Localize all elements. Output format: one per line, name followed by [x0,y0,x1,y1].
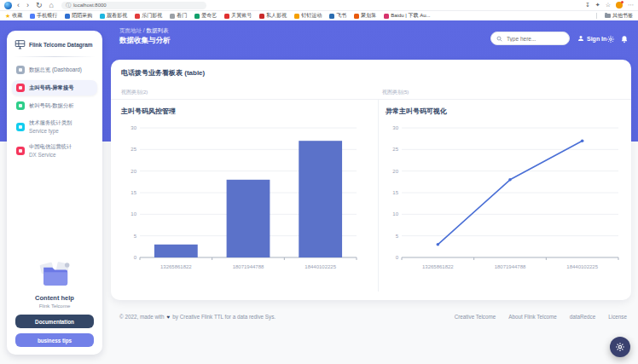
card-title: 电话拨号业务看板表 (table) [121,68,205,78]
sidebar-item-text: 中国电信运营统计DX Service [29,143,72,158]
reload-icon[interactable]: ↻ [34,1,44,9]
forward-icon[interactable]: › [25,1,31,9]
dashboard-card: 电话拨号业务看板表 (table) 视图类别(2) 视图类别(5) 主叫号码风控… [111,60,631,300]
url-text: localhost:8000 [73,3,107,8]
sidebar-item-1[interactable]: 数据总览 (Dashboard) [12,62,97,78]
bar-chart-title: 主叫号码风控管理 [121,107,176,116]
bookmark-label: 陌陌采购 [72,12,92,20]
svg-text:5: 5 [396,234,399,239]
browser-logo-icon [4,2,12,9]
copyright-suffix: by Creative Flink TTL for a data redive … [172,314,276,320]
bookmark-item[interactable]: 私人影视 [259,12,287,20]
downloads-icon[interactable]: ↧ [585,2,590,9]
bookmark-favicon-icon [100,14,105,19]
bookmark-item[interactable]: 乐门影视 [135,12,162,20]
right-view-meta: 视图类别(5) [382,89,409,96]
sidebar-item-3[interactable]: 被叫号码-数据分析 [12,98,97,113]
footer-link[interactable]: Creative Telcome [455,314,496,320]
app-viewport: Flink Telcome Datagram 数据总览 (Dashboard)主… [0,20,638,364]
address-bar[interactable]: ⓘ localhost:8000 [61,2,206,9]
bookmark-star-icon[interactable]: ☆ [606,2,611,9]
dx-service-icon [16,147,25,155]
sidebar-item-label: 中国电信运营统计 [29,143,72,151]
heart-icon: ♥ [167,314,171,320]
svg-text:5: 5 [134,234,137,239]
browser-toolbar: ‹ › ↻ ⌂ ⓘ localhost:8000 ↧ ✦ ☆ ⋯ [0,0,638,11]
svg-text:30: 30 [392,125,398,130]
notification-dot [621,1,624,3]
bookmark-item[interactable]: 陌陌采购 [65,12,92,20]
service-type-icon [16,123,25,131]
svg-text:10: 10 [392,211,398,217]
bell-icon[interactable] [620,35,629,43]
bookmark-item[interactable]: 飞书 [329,12,346,20]
svg-text:15: 15 [130,190,136,195]
bookmark-label: 手机银行 [37,12,57,20]
site-info-icon[interactable]: ⓘ [66,2,71,9]
business-tips-button[interactable]: business tips [15,333,94,347]
browser-menu-icon[interactable]: ⋯ [628,2,634,9]
bookmark-item[interactable]: 观看影视 [100,12,127,20]
sidebar-item-label: 技术服务统计类别 [29,119,72,127]
bookmark-item[interactable]: 钉钉运动 [294,12,322,20]
search-input[interactable] [505,35,564,43]
bookmark-item[interactable]: 看门 [170,12,187,20]
bookmark-favicon-icon [65,14,70,19]
bookmark-favicon-icon [259,14,264,19]
bookmark-item[interactable]: 天翼账号 [224,12,252,20]
breadcrumb-current: 数据列表 [146,27,168,33]
bookmarks-separator [596,13,597,19]
copyright-prefix: © 2022, made with [119,314,165,320]
bookmark-label: Baidu | 下载 Au... [391,12,430,20]
bar-chart: 0510152025301326586182218071944788184401… [119,119,365,274]
sidebar-item-label: 主叫号码-异常接号 [29,84,73,92]
sidebar-item-sublabel: DX Service [29,152,72,158]
caller-abnormal-icon [16,84,25,92]
bookmark-favicon-icon [354,14,359,19]
search-box[interactable] [490,32,570,45]
dashboard-icon [16,66,25,74]
callee-analysis-icon [16,101,25,110]
bookmark-label: 观看影视 [107,12,127,20]
bookmark-item[interactable]: ★收藏 [5,12,22,20]
back-icon[interactable]: ‹ [15,1,21,9]
bookmark-favicon-icon [30,14,35,19]
breadcrumb-root[interactable]: 页面地址 [119,27,142,33]
bookmark-item[interactable]: 聚划算 [354,12,376,20]
sidebar-item-4[interactable]: 技术服务统计类别Service type [12,116,97,137]
bookmark-item[interactable]: 手机银行 [30,12,57,20]
sidebar-item-2[interactable]: 主叫号码-异常接号 [12,80,97,95]
help-subtitle: Flink Telcome [14,303,96,309]
footer-link[interactable]: dataRedce [570,314,595,320]
bookmark-item[interactable]: Baidu | 下载 Au... [384,12,430,20]
footer-link[interactable]: About Flink Telcome [508,314,557,320]
bookmark-favicon-icon [294,14,299,19]
line-chart: 0510152025301326586182218071944788184401… [381,119,627,274]
bookmark-label: 收藏 [12,12,22,20]
profile-avatar[interactable] [616,2,623,9]
sign-in-button[interactable]: Sign In [577,35,606,42]
bookmark-item[interactable]: 爱奇艺 [194,12,217,20]
settings-fab-button[interactable] [610,337,630,357]
settings-gear-icon[interactable] [606,35,615,43]
copyright: © 2022, made with ♥ by Creative Flink TT… [119,314,276,320]
bookmark-favicon-icon [329,14,334,19]
bookmarks-bar-items: ★收藏手机银行陌陌采购观看影视乐门影视看门爱奇艺天翼账号私人影视钉钉运动飞书聚划… [5,12,431,20]
home-icon[interactable]: ⌂ [48,1,55,9]
bookmark-label: 爱奇艺 [201,12,217,20]
sidebar-item-sublabel: Service type [29,128,72,134]
bookmark-label: 乐门影视 [142,12,162,20]
line-chart-title: 异常主叫号码可视化 [386,107,447,116]
bookmark-label: 天翼账号 [231,12,252,20]
bookmark-label: 飞书 [336,12,346,20]
extensions-icon[interactable]: ✦ [595,2,600,9]
card-divider [111,99,631,100]
sidebar-item-5[interactable]: 中国电信运营统计DX Service [12,140,97,161]
sidebar-nav: 数据总览 (Dashboard)主叫号码-异常接号被叫号码-数据分析技术服务统计… [7,62,102,161]
footer-link[interactable]: License [608,314,627,320]
brand[interactable]: Flink Telcome Datagram [7,38,102,56]
bookmark-favicon-icon [135,14,140,19]
sidebar-item-text: 主叫号码-异常接号 [29,84,73,92]
documentation-button[interactable]: Documentation [15,315,94,328]
other-bookmarks-button[interactable]: 其他书签 [605,12,633,20]
